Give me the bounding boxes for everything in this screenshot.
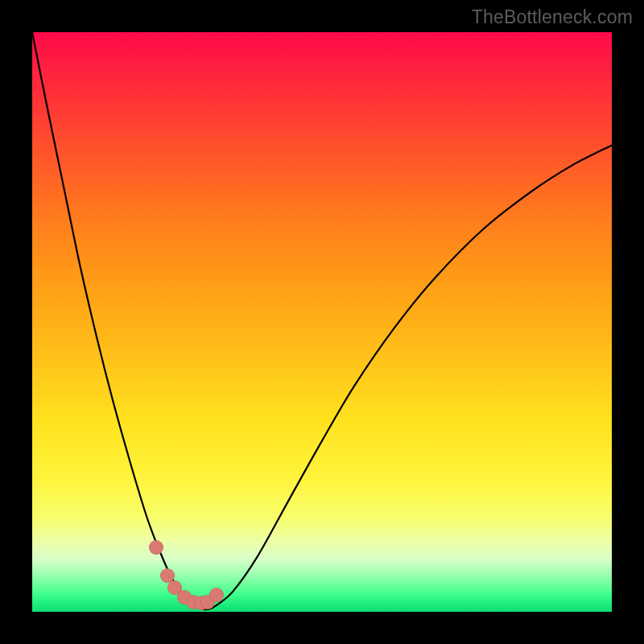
highlight-marker [209, 588, 224, 602]
curve-layer [32, 32, 612, 612]
chart-stage: TheBottleneck.com [0, 0, 644, 644]
watermark-text: TheBottleneck.com [472, 6, 633, 28]
bottleneck-curve [32, 32, 612, 609]
plot-area [32, 32, 612, 612]
